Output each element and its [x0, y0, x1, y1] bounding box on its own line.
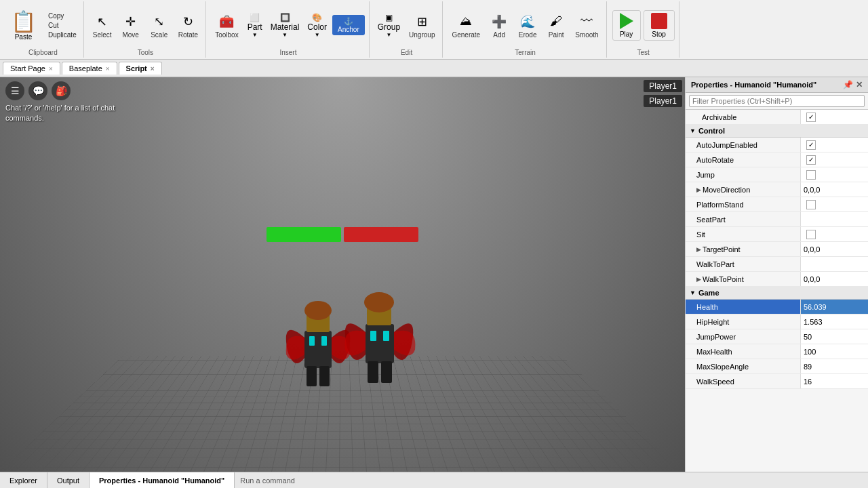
anchor-button[interactable]: ⚓ Anchor — [332, 15, 365, 35]
filter-input[interactable] — [689, 95, 865, 107]
stop-button[interactable]: Stop — [644, 10, 675, 41]
smooth-button[interactable]: 〰 Smooth — [572, 10, 601, 41]
rotate-button[interactable]: ↻ Rotate — [175, 10, 201, 41]
chat-icon-btn[interactable]: 💬 — [28, 81, 47, 100]
tab-baseplate[interactable]: Baseplate× — [62, 62, 117, 75]
erode-icon: 🌊 — [518, 12, 537, 31]
tab-close-icon[interactable]: × — [151, 65, 155, 73]
jump-value — [800, 167, 868, 182]
platformstand-checkbox[interactable] — [806, 200, 816, 209]
control-section-header[interactable]: ▼ Control — [686, 125, 868, 138]
autojumpenabled-value — [800, 138, 868, 152]
maxhealth-row: MaxHealth 100 — [686, 344, 868, 359]
color-button[interactable]: 🎨 Color ▼ — [304, 11, 330, 40]
play-label: Play — [620, 30, 633, 38]
rotate-label: Rotate — [178, 31, 198, 39]
game-section-arrow: ▼ — [690, 289, 696, 296]
copy-button[interactable]: Copy — [45, 12, 79, 20]
autorotate-checkbox[interactable] — [806, 155, 816, 165]
bottom-tab-properties[interactable]: Properties - Humanoid "Humanoid" — [90, 472, 235, 488]
select-button[interactable]: ↖ Select — [90, 10, 115, 41]
material-button[interactable]: 🔲 Material ▼ — [268, 11, 302, 40]
material-icon: 🔲 — [280, 13, 290, 22]
archivable-row: Archivable — [686, 110, 868, 125]
tab-script[interactable]: Script× — [119, 62, 162, 75]
bottom-tab-explorer[interactable]: Explorer — [0, 472, 47, 488]
generate-label: Generate — [452, 31, 480, 39]
walktopart-value — [800, 257, 868, 271]
toolbox-button[interactable]: 🧰 Toolbox — [212, 10, 241, 41]
generate-button[interactable]: ⛰ Generate — [448, 10, 484, 41]
add-terrain-button[interactable]: ➕ Add — [486, 10, 512, 41]
main-area: ☰ 💬 🎒 Chat '/?' or '/help' for a list of… — [0, 77, 868, 472]
play-button[interactable]: Play — [612, 10, 641, 41]
anchor-icon: ⚓ — [344, 17, 353, 26]
explorer-tab-label: Explorer — [9, 476, 37, 485]
bottom-tab-output[interactable]: Output — [47, 472, 90, 488]
tab-startpage[interactable]: Start Page× — [3, 62, 60, 75]
color-dropdown-arrow: ▼ — [315, 32, 320, 38]
health-row[interactable]: Health 56.039 — [686, 300, 868, 314]
movedirection-value: 0,0,0 — [800, 182, 868, 197]
backpack-icon-btn[interactable]: 🎒 — [52, 81, 71, 100]
ungroup-button[interactable]: ⊞ Ungroup — [406, 10, 438, 41]
health-bar-green — [267, 227, 341, 242]
group-button[interactable]: ▣ Group ▼ — [375, 11, 403, 40]
game-section-label: Game — [698, 289, 719, 297]
scale-button[interactable]: ⤡ Scale — [146, 10, 172, 41]
jumppower-row: JumpPower 50 — [686, 329, 868, 344]
autojumpenabled-checkbox[interactable] — [806, 140, 816, 150]
game-section-header[interactable]: ▼ Game — [686, 287, 868, 300]
svg-rect-5 — [309, 336, 315, 346]
maxhealth-value: 100 — [800, 344, 868, 359]
part-button[interactable]: ⬜ Part ▼ — [245, 11, 265, 40]
paste-label: Paste — [15, 33, 33, 41]
sit-checkbox[interactable] — [806, 230, 816, 239]
add-terrain-label: Add — [493, 31, 505, 39]
output-tab-label: Output — [57, 476, 79, 485]
sit-row: Sit — [686, 227, 868, 242]
targetpoint-arrow[interactable]: ▶ — [696, 246, 701, 253]
tab-close-icon[interactable]: × — [106, 65, 110, 73]
movedirection-arrow[interactable]: ▶ — [696, 186, 701, 193]
walktopart-name: WalkToPart — [686, 260, 800, 268]
tab-close-icon[interactable]: × — [49, 65, 53, 73]
insert-group: 🧰 Toolbox ⬜ Part ▼ 🔲 Material ▼ 🎨 Color … — [208, 1, 370, 58]
archivable-checkbox[interactable] — [806, 113, 816, 122]
targetpoint-name: ▶TargetPoint — [686, 245, 800, 253]
player-label: Player1 — [644, 80, 682, 92]
jump-checkbox[interactable] — [806, 170, 816, 180]
player-info: Player1 Player1 — [644, 80, 682, 107]
smooth-icon: 〰 — [577, 12, 596, 31]
characters — [240, 263, 457, 432]
tools-label: Tools — [138, 47, 153, 56]
hipheight-row: HipHeight 1.563 — [686, 314, 868, 329]
pin-icon[interactable]: 📌 — [843, 80, 853, 89]
walktopoint-arrow[interactable]: ▶ — [696, 276, 701, 283]
tools-group: ↖ Select ✛ Move ⤡ Scale ↻ Rotate Tools — [85, 1, 206, 58]
paint-button[interactable]: 🖌 Paint — [543, 10, 569, 41]
bottom-tabs: Explorer Output Properties - Humanoid "H… — [0, 472, 235, 488]
control-section-arrow: ▼ — [690, 127, 696, 134]
play-icon — [620, 13, 633, 29]
svg-rect-3 — [307, 366, 317, 386]
paste-button[interactable]: 📋 Paste — [7, 7, 40, 43]
group-icon: ▣ — [385, 13, 393, 22]
autojumpenabled-row: AutoJumpEnabled — [686, 138, 868, 152]
scale-label: Scale — [151, 31, 167, 39]
maxhealth-name: MaxHealth — [686, 348, 800, 356]
close-properties-icon[interactable]: ✕ — [856, 80, 863, 89]
cut-button[interactable]: Cut — [45, 21, 79, 30]
stop-label: Stop — [652, 30, 666, 38]
walkspeed-value: 16 — [800, 374, 868, 388]
erode-button[interactable]: 🌊 Erode — [515, 10, 540, 41]
svg-point-2 — [304, 301, 332, 320]
movedirection-row: ▶MoveDirection 0,0,0 — [686, 182, 868, 197]
archivable-name: Archivable — [691, 113, 800, 121]
health-value[interactable]: 56.039 — [800, 300, 868, 314]
duplicate-button[interactable]: Duplicate — [45, 30, 79, 39]
viewport[interactable]: ☰ 💬 🎒 Chat '/?' or '/help' for a list of… — [0, 77, 685, 472]
move-button[interactable]: ✛ Move — [118, 10, 144, 41]
menu-icon-btn[interactable]: ☰ — [5, 81, 24, 100]
select-label: Select — [93, 31, 112, 39]
